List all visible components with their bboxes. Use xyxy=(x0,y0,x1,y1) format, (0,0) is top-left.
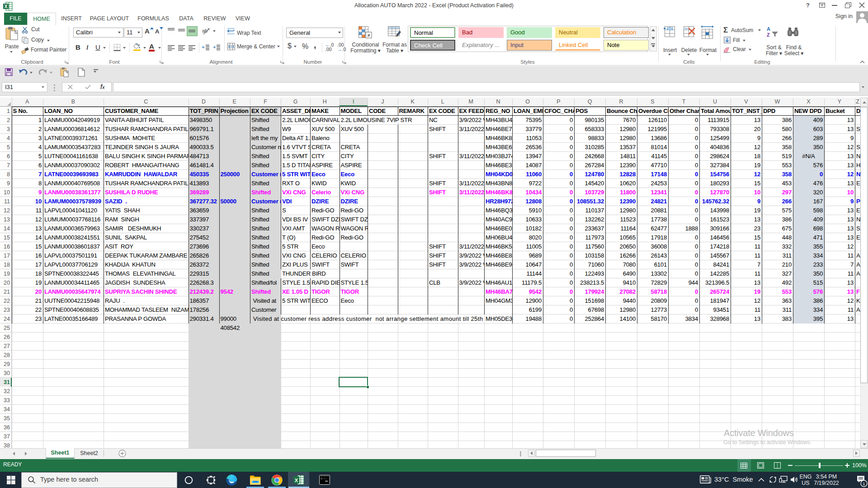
svg-text:A: A xyxy=(767,26,770,32)
svg-text:C:\‑: C:\‑ xyxy=(321,477,327,480)
svg-text:≠: ≠ xyxy=(367,33,370,38)
svg-text:Z: Z xyxy=(767,32,770,38)
svg-text:X: X xyxy=(295,478,298,483)
svg-text:1: 1 xyxy=(863,481,865,486)
